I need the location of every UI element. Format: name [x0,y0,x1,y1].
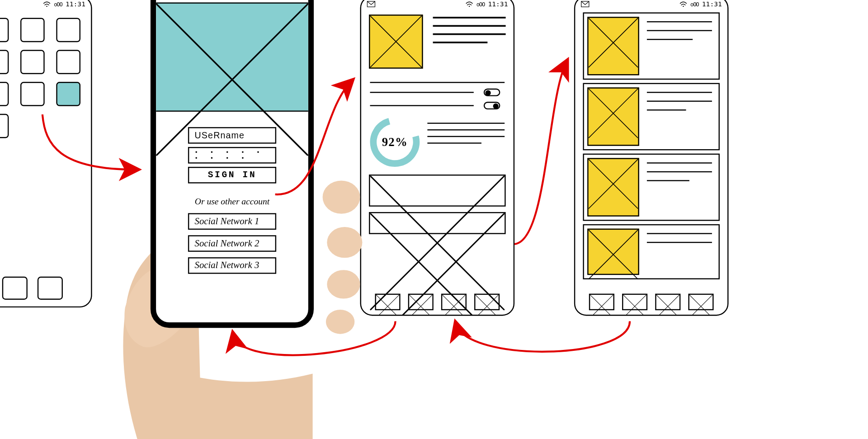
list-text [646,17,715,75]
text-line [427,123,505,123]
list-item[interactable] [583,12,720,80]
status-bar: oOO 11:31 [0,0,91,9]
banner-placeholder[interactable] [369,175,506,207]
app-icon[interactable] [20,82,45,106]
status-bar: oOO 11:31 [156,0,308,1]
social-login-button-3[interactable]: Social Network 3 [188,257,276,274]
status-bar: oOO 11:31 [361,0,514,9]
banner-placeholder[interactable] [369,212,506,234]
tab-bar [361,294,514,311]
list-thumbnail [587,17,639,75]
svg-line-24 [476,295,499,316]
text-line [370,105,473,106]
svg-line-36 [590,295,613,316]
signal-indicator: oOO [54,1,62,7]
tab-bar [575,294,727,311]
tab-item[interactable] [622,294,647,311]
list-item[interactable] [583,83,720,151]
hero-image-placeholder [156,2,308,112]
svg-line-42 [689,295,712,316]
svg-line-41 [656,295,679,316]
mail-icon [581,1,590,8]
app-icon[interactable] [0,50,9,74]
list-text [646,158,715,216]
alt-account-label: Or use other account [195,197,269,207]
social-login-label: Social Network 1 [195,216,259,227]
social-login-label: Social Network 3 [195,260,259,271]
svg-line-19 [376,295,399,316]
tab-item[interactable] [408,294,434,311]
wifi-icon [465,1,473,7]
app-icon[interactable] [0,18,9,42]
svg-point-1 [327,227,362,258]
svg-point-2 [327,270,360,298]
app-icon[interactable] [20,18,45,42]
flow-arrow-list-to-dashboard [456,321,630,352]
tab-item[interactable] [688,294,713,311]
svg-line-23 [442,295,465,316]
dock [0,277,91,300]
text-line [370,92,473,93]
wireframe-dashboard-screen: oOO 11:31 92% [360,0,515,316]
svg-line-25 [476,295,499,316]
social-login-button-1[interactable]: Social Network 1 [188,213,276,230]
feature-thumbnail [369,14,423,69]
list-item[interactable] [583,154,720,221]
tab-item[interactable] [589,294,614,311]
status-bar: oOO 11:31 [575,0,727,9]
clock: 11:31 [702,0,722,8]
clock: 11:31 [283,0,303,0]
setting-toggle-1[interactable] [484,89,500,96]
wireframe-home-screen: oOO 11:31 [0,0,92,307]
svg-line-21 [409,295,432,316]
svg-point-3 [326,310,354,334]
app-icon[interactable] [0,114,9,138]
list-text [646,87,715,146]
setting-toggle-2[interactable] [484,102,500,109]
list-thumbnail [587,158,639,216]
flow-arrow-dashboard-to-list [514,62,566,244]
social-login-button-2[interactable]: Social Network 2 [188,235,276,252]
signal-indicator: oOO [690,1,698,7]
app-icon-highlighted[interactable] [56,82,80,106]
dock-icon[interactable] [2,277,28,300]
svg-line-38 [623,295,646,316]
text-line [427,136,505,137]
mail-icon [367,1,376,8]
signin-button[interactable]: SIGN IN [188,167,276,184]
list-thumbnail [587,87,639,146]
dock-icon[interactable] [38,277,63,300]
tab-item[interactable] [474,294,500,311]
list-text [646,229,715,275]
app-grid [0,9,91,138]
svg-line-20 [409,295,432,316]
svg-point-11 [469,6,470,7]
app-icon[interactable] [20,50,45,74]
list-thumbnail [587,229,639,275]
svg-line-37 [590,295,613,316]
tab-item[interactable] [441,294,467,311]
svg-line-39 [623,295,646,316]
signal-indicator: oOO [476,1,485,7]
text-line [427,142,481,143]
wireframe-list-screen: oOO 11:31 [574,0,729,316]
wifi-icon [679,1,687,7]
svg-point-0 [323,180,360,213]
clock: 11:31 [66,0,85,8]
social-login-label: Social Network 2 [195,238,259,249]
text-line [370,82,505,83]
clock: 11:31 [488,0,508,8]
heading-placeholder [433,14,506,69]
svg-point-5 [46,6,47,7]
app-icon[interactable] [56,50,80,74]
text-line [427,129,505,130]
svg-line-18 [376,295,399,316]
tab-item[interactable] [655,294,680,311]
svg-line-40 [656,295,679,316]
app-icon[interactable] [0,82,9,106]
app-icon[interactable] [56,18,80,42]
wifi-icon [43,1,51,7]
list-item[interactable] [583,224,720,279]
wireframe-signin-screen: oOO 11:31 USeRname • • • • • • • • • SIG… [151,0,314,328]
svg-point-27 [683,6,684,7]
